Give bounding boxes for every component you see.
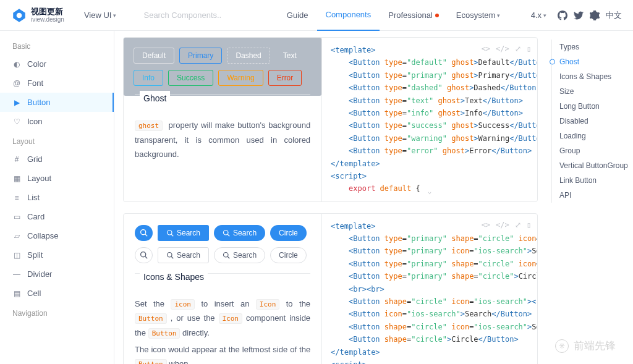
sidebar-item-label: Layout (27, 174, 51, 183)
layout-icon: ▦ (12, 174, 21, 183)
card-icon: ▭ (12, 213, 21, 221)
collapse-icon: ▱ (12, 232, 21, 240)
grid-icon: # (12, 155, 21, 164)
anchor-link-button[interactable]: Link Button (551, 173, 628, 188)
ghost-success-button[interactable]: Success (168, 70, 213, 86)
search-icon (140, 229, 148, 237)
sidebar-item-divider[interactable]: —Divider (0, 265, 114, 284)
code-expand-icon[interactable]: ⤢ (515, 43, 521, 55)
svg-point-5 (224, 230, 229, 235)
search-icon (166, 252, 174, 259)
sidebar-item-layout[interactable]: ▦Layout (0, 169, 114, 188)
sidebar-group-layout: Layout (0, 131, 114, 150)
default-circle-search-button[interactable]: Search (214, 247, 265, 263)
anchor-icons-shapes[interactable]: Icons & Shapes (551, 69, 628, 84)
sidebar-item-label: Font (27, 78, 43, 88)
github-icon[interactable] (558, 11, 567, 20)
default-search-button[interactable]: Search (158, 247, 209, 263)
gear-icon[interactable] (590, 11, 600, 20)
anchor-loading[interactable]: Loading (551, 129, 628, 143)
sidebar-item-label: Divider (27, 269, 52, 279)
sidebar-item-split[interactable]: ◫Split (0, 245, 114, 265)
default-circle-icon-button[interactable] (135, 247, 153, 263)
code-codesandbox-icon[interactable]: ▯ (527, 219, 531, 231)
ghost-primary-button[interactable]: Primary (179, 48, 222, 64)
nav-viewui-dropdown[interactable]: View UI▾ (75, 0, 125, 31)
anchor-ghost[interactable]: Ghost (551, 54, 628, 69)
anchor-api[interactable]: API (551, 188, 628, 203)
twitter-icon[interactable] (574, 11, 584, 20)
anchor-types[interactable]: Types (551, 40, 628, 54)
button-icon: ▶ (12, 98, 21, 107)
sidebar-item-button[interactable]: ▶Button (0, 93, 114, 112)
version-dropdown[interactable]: 4.x▾ (526, 0, 551, 31)
sidebar-item-label: Grid (27, 154, 43, 164)
nav-ecosystem[interactable]: Ecosystem▾ (448, 0, 509, 31)
chevron-down-icon: ▾ (113, 12, 116, 19)
sidebar-item-label: Button (27, 98, 51, 107)
sidebar-item-card[interactable]: ▭Card (0, 207, 114, 226)
ghost-code: <> </> ⤢ ▯ <template> <Button type="defa… (322, 38, 537, 201)
icons-demo-area: Search Search Circle Search Search Circl… (124, 214, 321, 274)
ghost-dashed-button[interactable]: Dashed (227, 48, 270, 64)
ghost-default-button[interactable]: Default (134, 48, 174, 64)
ghost-info-button[interactable]: Info (134, 70, 163, 86)
nav-search[interactable] (143, 11, 242, 20)
anchor-long-button[interactable]: Long Button (551, 99, 628, 114)
anchor-nav: TypesGhostIcons & ShapesSizeLong ButtonD… (546, 31, 633, 364)
svg-point-7 (141, 252, 146, 257)
svg-line-10 (171, 256, 173, 258)
sidebar-item-color[interactable]: ◐Color (0, 54, 114, 74)
anchor-group[interactable]: Group (551, 143, 628, 158)
search-input[interactable] (143, 11, 242, 20)
sidebar-item-list[interactable]: ≡List (0, 188, 114, 207)
main-content: Default Primary Dashed Text Info Success… (114, 31, 546, 364)
ghost-text-button[interactable]: Text (275, 48, 305, 64)
code-codesandbox-icon[interactable]: ▯ (527, 43, 531, 55)
expand-code-icon[interactable]: ⌄ (428, 186, 432, 198)
sidebar-item-label: Card (27, 212, 45, 221)
sidebar-item-grid[interactable]: #Grid (0, 150, 114, 169)
nav-guide[interactable]: Guide (278, 0, 317, 31)
chevron-down-icon: ▾ (543, 12, 546, 19)
svg-point-9 (168, 252, 172, 257)
svg-point-0 (17, 12, 22, 18)
anchor-size[interactable]: Size (551, 84, 628, 99)
sidebar-item-collapse[interactable]: ▱Collapse (0, 226, 114, 245)
code-toggle-icon[interactable]: <> (482, 219, 490, 231)
sidebar: Basic◐Color@Font▶Button♡IconLayout#Grid▦… (0, 31, 114, 364)
primary-search-button[interactable]: Search (158, 225, 209, 241)
primary-circle-icon-button[interactable] (135, 225, 153, 241)
top-nav: 视图更新 iview.design View UI▾ GuideComponen… (0, 0, 633, 31)
anchor-vertical-buttongroup[interactable]: Vertical ButtonGroup (551, 158, 628, 173)
nav-components[interactable]: Components (317, 0, 380, 31)
primary-circle-button[interactable]: Circle (270, 225, 307, 241)
svg-point-1 (141, 230, 146, 235)
code-copy-icon[interactable]: </> (496, 219, 509, 231)
ghost-title: Ghost (140, 91, 170, 106)
sidebar-item-font[interactable]: @Font (0, 74, 114, 93)
logo-icon (11, 7, 27, 23)
code-copy-icon[interactable]: </> (496, 43, 509, 55)
code-expand-icon[interactable]: ⤢ (515, 219, 521, 231)
svg-point-3 (168, 230, 172, 235)
nav-professional[interactable]: Professional (380, 0, 448, 31)
sidebar-item-icon[interactable]: ♡Icon (0, 112, 114, 131)
code-toggle-icon[interactable]: <> (482, 43, 490, 55)
brand-en: iview.design (31, 16, 64, 23)
demo-card-icons: Search Search Circle Search Search Circl… (123, 213, 538, 364)
search-icon (140, 251, 148, 259)
ghost-demo-area: Default Primary Dashed Text Info Success… (124, 38, 321, 96)
svg-line-12 (227, 256, 229, 258)
ghost-error-button[interactable]: Error (268, 70, 302, 86)
primary-circle-search-button[interactable]: Search (214, 225, 265, 241)
ghost-warning-button[interactable]: Warning (218, 70, 263, 86)
brand-logo[interactable]: 视图更新 iview.design (11, 7, 64, 23)
anchor-disabled[interactable]: Disabled (551, 114, 628, 129)
sidebar-item-label: Split (27, 250, 43, 260)
search-icon (223, 229, 230, 237)
default-circle-button[interactable]: Circle (270, 247, 307, 263)
lang-switch[interactable]: 中文 (606, 10, 622, 21)
sidebar-item-label: Collapse (27, 231, 59, 240)
sidebar-item-cell[interactable]: ▤Cell (0, 284, 114, 303)
